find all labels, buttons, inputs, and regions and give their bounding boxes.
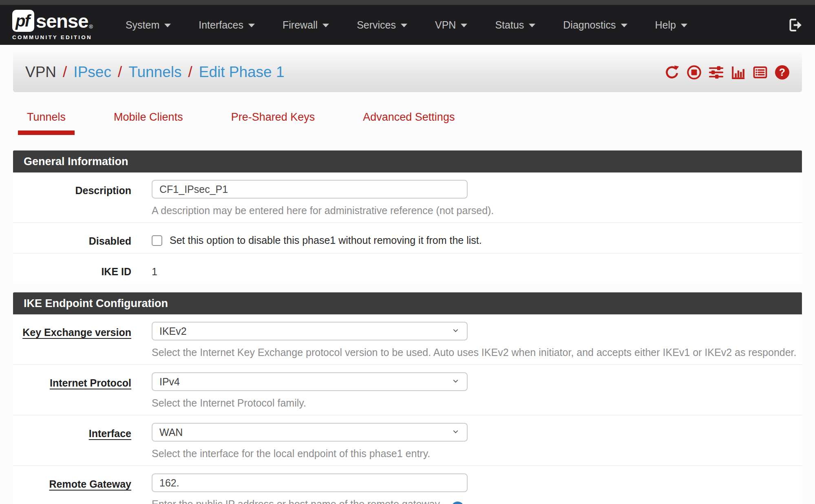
ike-id-value: 1 [152, 261, 802, 278]
description-row: Description A description may be entered… [13, 172, 802, 223]
stop-icon[interactable] [687, 65, 702, 80]
bar-chart-icon[interactable] [731, 65, 746, 80]
sign-out-icon[interactable] [788, 18, 803, 33]
ike-id-label: IKE ID [13, 261, 131, 278]
chevron-down-icon [451, 427, 460, 438]
breadcrumb-separator: / [118, 64, 122, 81]
internet-protocol-select[interactable]: IPv4 [152, 372, 468, 391]
nav-item-vpn[interactable]: VPN [421, 19, 481, 31]
interface-selected-value: WAN [159, 427, 183, 438]
caret-down-icon [322, 24, 329, 27]
breadcrumb: VPN / IPsec / Tunnels / Edit Phase 1 [25, 64, 285, 81]
ike-id-row: IKE ID 1 [13, 254, 802, 283]
tab-mobile-clients[interactable]: Mobile Clients [105, 108, 192, 135]
remote-gateway-input[interactable] [152, 473, 468, 492]
description-help: A description may be entered here for ad… [152, 205, 802, 217]
nav-item-help[interactable]: Help [641, 19, 701, 31]
caret-down-icon [461, 24, 467, 27]
breadcrumb-separator: / [188, 64, 192, 81]
pfsense-logo-tile: pf [12, 10, 34, 32]
logo-subtitle: COMMUNITY EDITION [12, 34, 93, 40]
key-exchange-selected-value: IKEv2 [159, 325, 187, 337]
refresh-icon[interactable] [665, 65, 680, 80]
pfsense-logo[interactable]: pf sense ® COMMUNITY EDITION [12, 10, 93, 40]
remote-gateway-label: Remote Gateway [13, 473, 131, 504]
breadcrumb-root: VPN [25, 64, 56, 81]
caret-down-icon [248, 24, 255, 27]
general-information-panel: Description A description may be entered… [13, 172, 802, 283]
nav-item-diagnostics[interactable]: Diagnostics [549, 19, 641, 31]
window-top-strip [0, 0, 815, 5]
breadcrumb-link-tunnels[interactable]: Tunnels [128, 64, 181, 81]
breadcrumb-link-edit-phase-1[interactable]: Edit Phase 1 [199, 64, 285, 81]
description-label: Description [13, 180, 131, 217]
page-toolbar: ? [665, 65, 790, 80]
interface-help: Select the interface for the local endpo… [152, 448, 802, 460]
internet-protocol-row: Internet Protocol IPv4 Select the Intern… [13, 365, 802, 416]
main-navbar: pf sense ® COMMUNITY EDITION System Inte… [0, 5, 815, 45]
nav-item-status[interactable]: Status [481, 19, 549, 31]
sliders-icon[interactable] [709, 65, 724, 80]
nav-item-interfaces[interactable]: Interfaces [185, 19, 269, 31]
logo-sense-text: sense [36, 10, 88, 32]
section-header-ike-endpoint-configuration: IKE Endpoint Configuration [13, 292, 802, 314]
tab-pre-shared-keys[interactable]: Pre-Shared Keys [222, 108, 324, 135]
key-exchange-label: Key Exchange version [13, 322, 131, 358]
ipsec-tabs: Tunnels Mobile Clients Pre-Shared Keys A… [13, 108, 802, 135]
key-exchange-select[interactable]: IKEv2 [152, 322, 468, 340]
internet-protocol-help: Select the Internet Protocol family. [152, 397, 802, 409]
nav-item-system[interactable]: System [112, 19, 185, 31]
ike-endpoint-panel: Key Exchange version IKEv2 Select the In… [13, 314, 802, 504]
tab-tunnels[interactable]: Tunnels [18, 108, 75, 135]
remote-gateway-help: Enter the public IP address or host name… [152, 498, 802, 504]
key-exchange-help: Select the Internet Key Exchange protoco… [152, 347, 802, 358]
caret-down-icon [401, 24, 407, 27]
disabled-checkbox-label: Set this option to disable this phase1 w… [170, 234, 482, 246]
logo-registered-mark: ® [89, 24, 93, 30]
nav-item-firewall[interactable]: Firewall [269, 19, 343, 31]
chevron-down-icon [451, 325, 460, 337]
logo-pf-text: pf [15, 12, 31, 30]
caret-down-icon [529, 24, 535, 27]
section-header-general-information: General Information [13, 150, 802, 172]
internet-protocol-label: Internet Protocol [13, 372, 131, 409]
info-icon[interactable]: i [451, 502, 464, 504]
internet-protocol-selected-value: IPv4 [159, 376, 180, 388]
breadcrumb-link-ipsec[interactable]: IPsec [73, 64, 111, 81]
interface-label: Interface [13, 423, 131, 460]
remote-gateway-row: Remote Gateway Enter the public IP addre… [13, 466, 802, 504]
disabled-label: Disabled [13, 230, 131, 247]
caret-down-icon [621, 24, 627, 27]
chevron-down-icon [451, 376, 460, 388]
tab-advanced-settings[interactable]: Advanced Settings [354, 108, 464, 135]
interface-select[interactable]: WAN [152, 423, 468, 442]
disabled-row: Disabled Set this option to disable this… [13, 223, 802, 254]
help-icon[interactable]: ? [775, 65, 790, 80]
breadcrumb-bar: VPN / IPsec / Tunnels / Edit Phase 1 [13, 52, 802, 92]
breadcrumb-separator: / [63, 64, 67, 81]
nav-menu: System Interfaces Firewall Services VPN … [112, 19, 701, 31]
disabled-checkbox[interactable] [152, 235, 162, 246]
caret-down-icon [681, 24, 687, 27]
nav-item-services[interactable]: Services [343, 19, 421, 31]
description-input[interactable] [152, 180, 468, 199]
list-icon[interactable] [753, 65, 768, 80]
caret-down-icon [164, 24, 171, 27]
key-exchange-row: Key Exchange version IKEv2 Select the In… [13, 314, 802, 365]
interface-row: Interface WAN Select the interface for t… [13, 416, 802, 466]
